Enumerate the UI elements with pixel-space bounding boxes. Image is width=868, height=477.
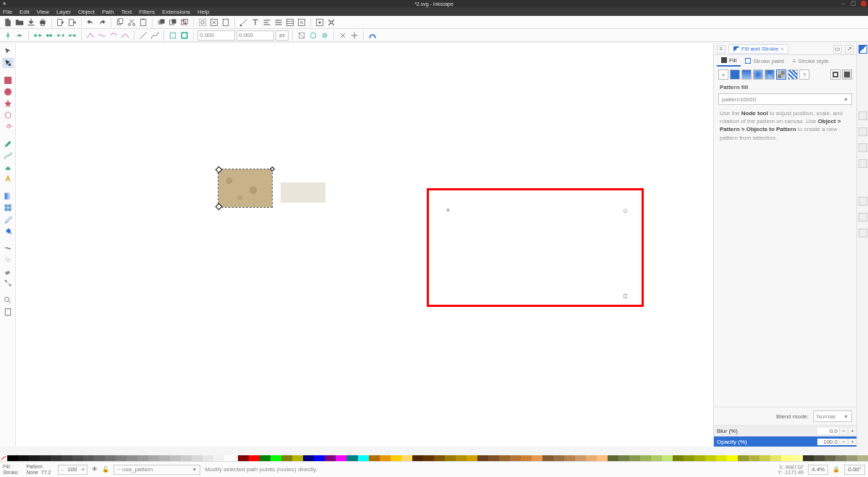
palette-swatch[interactable] [51, 455, 61, 461]
paint-radial-button[interactable] [753, 69, 763, 80]
window-minimize-button[interactable]: – [841, 1, 846, 7]
pattern-object[interactable] [218, 169, 272, 207]
palette-swatch[interactable] [456, 455, 467, 461]
paintbucket-tool[interactable] [2, 226, 14, 236]
zoom-tool[interactable] [2, 295, 14, 305]
command-icon[interactable] [326, 17, 336, 28]
palette-swatch[interactable] [488, 455, 499, 461]
palette-swatch[interactable] [137, 455, 148, 461]
palette-swatch[interactable] [467, 455, 477, 461]
copy-button[interactable] [115, 17, 125, 28]
panel-detach-icon[interactable]: ↗ [845, 45, 854, 54]
menu-text[interactable]: Text [122, 9, 132, 15]
palette-swatch[interactable] [336, 455, 346, 461]
paint-mesh-button[interactable] [765, 69, 775, 80]
paint-linear-button[interactable] [741, 69, 752, 80]
layer-select[interactable]: ~ osa_pattern▼ [114, 465, 200, 475]
tweak-tool[interactable] [2, 243, 14, 253]
palette-swatch[interactable] [629, 455, 640, 461]
palette-swatch[interactable] [760, 455, 770, 461]
zoom-lock-icon[interactable]: 🔒 [833, 466, 840, 473]
palette-swatch[interactable] [238, 455, 249, 461]
node-join-button[interactable] [44, 30, 54, 41]
show-mask-button[interactable] [308, 30, 318, 41]
palette-swatch[interactable] [203, 455, 213, 461]
palette-none-swatch[interactable] [0, 455, 7, 461]
zoom-selection-button[interactable] [197, 17, 208, 28]
duplicate-button[interactable] [156, 17, 166, 28]
palette-swatch[interactable] [705, 455, 716, 461]
palette-swatch[interactable] [738, 455, 749, 461]
new-file-button[interactable] [3, 17, 13, 28]
menu-extensions[interactable]: Extensions [162, 9, 190, 15]
blur-plus-button[interactable]: + [848, 428, 856, 434]
palette-swatch[interactable] [358, 455, 369, 461]
undo-button[interactable] [85, 17, 95, 28]
cut-button[interactable] [127, 17, 137, 28]
node-smooth-button[interactable] [97, 30, 107, 41]
menu-edit[interactable]: Edit [20, 9, 30, 15]
next-path-effect-button[interactable] [320, 30, 330, 41]
node-tool[interactable] [2, 58, 14, 68]
palette-swatch[interactable] [380, 455, 391, 461]
status-fill-value[interactable]: Pattern [26, 464, 51, 470]
panel-menu-icon[interactable]: ≡ [717, 45, 726, 54]
palette-swatch[interactable] [116, 455, 127, 461]
spiral-tool[interactable] [2, 122, 14, 132]
open-file-button[interactable] [14, 17, 25, 28]
palette-swatch[interactable] [510, 455, 521, 461]
connector-tool[interactable] [2, 278, 14, 288]
palette-swatch[interactable] [423, 455, 434, 461]
stroke-to-path-button[interactable] [179, 30, 190, 41]
object-to-path-button[interactable] [168, 30, 178, 41]
palette-swatch[interactable] [61, 455, 72, 461]
dock-objects-icon[interactable] [859, 159, 867, 168]
3dbox-tool[interactable] [2, 110, 14, 120]
palette-swatch[interactable] [618, 455, 629, 461]
palette-swatch[interactable] [249, 455, 260, 461]
palette-swatch[interactable] [94, 455, 105, 461]
palette-swatch[interactable] [281, 455, 292, 461]
palette-swatch[interactable] [292, 455, 303, 461]
blend-mode-select[interactable]: Normal▼ [813, 410, 852, 422]
palette-swatch[interactable] [553, 455, 564, 461]
menu-help[interactable]: Help [197, 9, 209, 15]
palette-swatch[interactable] [835, 455, 846, 461]
palette-swatch[interactable] [369, 455, 380, 461]
palette-swatch[interactable] [770, 455, 781, 461]
panel-tab-fillstroke[interactable]: Fill and Stroke × [728, 44, 788, 54]
xml-icon[interactable] [297, 17, 307, 28]
palette-swatch[interactable] [224, 455, 235, 461]
print-button[interactable] [38, 17, 48, 28]
palette-swatch[interactable] [170, 455, 181, 461]
palette-swatch[interactable] [662, 455, 673, 461]
paint-unknown-button[interactable]: ? [799, 69, 809, 80]
palette-swatch[interactable] [781, 455, 792, 461]
palette-swatch[interactable] [608, 455, 618, 461]
palette-swatch[interactable] [181, 455, 192, 461]
mesh-tool[interactable] [2, 203, 14, 213]
palette-swatch[interactable] [213, 455, 224, 461]
palette-swatch[interactable] [792, 455, 803, 461]
menu-view[interactable]: View [37, 9, 49, 15]
node-edit-icon[interactable] [239, 17, 249, 28]
preferences-icon[interactable] [315, 17, 325, 28]
show-clip-button[interactable] [297, 30, 307, 41]
palette-swatch[interactable] [434, 455, 445, 461]
palette-swatch[interactable] [40, 455, 51, 461]
menu-object[interactable]: Object [78, 9, 95, 15]
opacity-slider[interactable]: Opacity (%) 100.0 − + [714, 436, 856, 447]
selector-tool[interactable] [2, 46, 14, 56]
palette-swatch[interactable] [29, 455, 40, 461]
palette-swatch[interactable] [716, 455, 727, 461]
ellipse-tool[interactable] [2, 87, 14, 97]
segment-curve-button[interactable] [150, 30, 160, 41]
rectangle-tool[interactable] [2, 75, 14, 85]
palette-swatch[interactable] [271, 455, 281, 461]
paint-none-button[interactable]: × [718, 69, 728, 80]
paste-button[interactable] [138, 17, 148, 28]
pale-rect-object[interactable] [281, 182, 326, 203]
palette-swatch[interactable] [105, 455, 116, 461]
palette-swatch[interactable] [640, 455, 651, 461]
palette-swatch[interactable] [314, 455, 325, 461]
